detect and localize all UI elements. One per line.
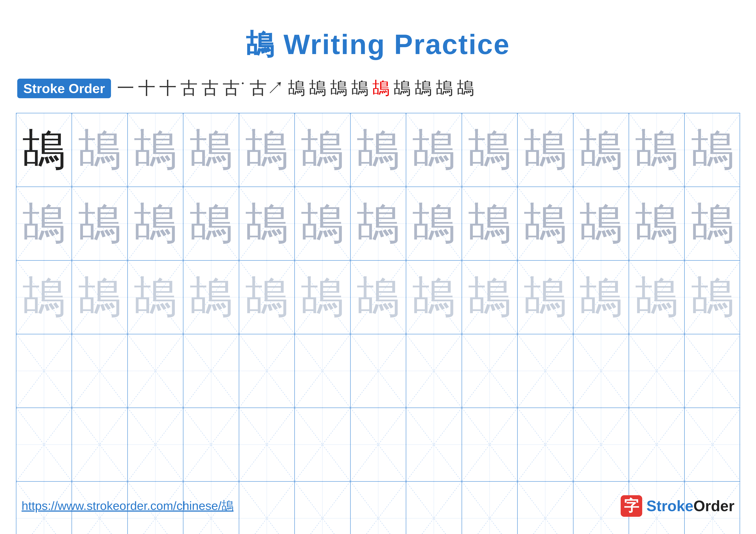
grid-cell[interactable] — [16, 408, 72, 481]
practice-char: 鴣 — [78, 276, 121, 319]
grid-cell[interactable]: 鴣 — [518, 261, 573, 334]
grid-cell[interactable]: 鴣 — [72, 187, 127, 260]
grid-cell[interactable]: 鴣 — [295, 187, 350, 260]
practice-char: 鴣 — [78, 202, 121, 245]
svg-line-83 — [128, 334, 183, 408]
stroke-2: 十 — [138, 77, 155, 100]
practice-char: 鴣 — [301, 128, 344, 171]
grid-cell[interactable] — [239, 334, 295, 408]
grid-cell[interactable]: 鴣 — [16, 261, 72, 334]
grid-cell[interactable] — [16, 334, 72, 408]
grid-cell[interactable]: 鴣 — [183, 113, 239, 187]
svg-line-100 — [629, 334, 684, 408]
svg-line-104 — [16, 408, 71, 481]
grid-cell[interactable] — [685, 408, 740, 481]
grid-cell[interactable]: 鴣 — [685, 113, 740, 187]
practice-char: 鴣 — [245, 128, 288, 171]
grid-cell[interactable]: 鴣 — [462, 261, 518, 334]
practice-char: 鴣 — [245, 276, 288, 319]
grid-cell[interactable] — [239, 408, 295, 481]
grid-cell[interactable] — [295, 334, 350, 408]
svg-line-98 — [574, 334, 629, 408]
grid-cell[interactable]: 鴣 — [574, 261, 629, 334]
footer: https://www.strokeorder.com/chinese/鴣 字 … — [0, 495, 756, 517]
grid-cell[interactable]: 鴣 — [629, 187, 685, 260]
grid-cell[interactable] — [518, 408, 573, 481]
grid-cell[interactable]: 鴣 — [128, 187, 183, 260]
grid-cell[interactable] — [406, 408, 462, 481]
grid-cell[interactable] — [72, 408, 127, 481]
svg-line-87 — [239, 334, 294, 408]
grid-cell[interactable]: 鴣 — [462, 187, 518, 260]
grid-cell[interactable]: 鴣 — [16, 187, 72, 260]
grid-cell[interactable]: 鴣 — [183, 261, 239, 334]
grid-cell[interactable] — [183, 334, 239, 408]
grid-cell[interactable]: 鴣 — [183, 187, 239, 260]
practice-char: 鴣 — [301, 202, 344, 245]
grid-cell[interactable] — [629, 334, 685, 408]
grid-cell[interactable]: 鴣 — [72, 261, 127, 334]
grid-cell[interactable] — [351, 408, 406, 481]
grid-cell[interactable] — [406, 334, 462, 408]
footer-url-link[interactable]: https://www.strokeorder.com/chinese/鴣 — [21, 498, 233, 514]
grid-cell[interactable] — [685, 334, 740, 408]
grid-cell[interactable]: 鴣 — [685, 261, 740, 334]
grid-cell[interactable]: 鴣 — [518, 113, 573, 187]
grid-cell[interactable]: 鴣 — [574, 113, 629, 187]
svg-line-116 — [351, 408, 406, 481]
grid-cell[interactable]: 鴣 — [72, 113, 127, 187]
grid-cell[interactable]: 鴣 — [239, 113, 295, 187]
grid-row-4 — [16, 334, 740, 408]
stroke-16: 鴣 — [457, 77, 474, 100]
grid-cell[interactable] — [351, 334, 406, 408]
grid-cell[interactable]: 鴣 — [239, 187, 295, 260]
grid-cell[interactable]: 鴣 — [351, 113, 406, 187]
grid-cell[interactable] — [295, 408, 350, 481]
grid-cell[interactable] — [518, 334, 573, 408]
svg-line-96 — [518, 334, 573, 408]
brand-stroke-text: Stroke — [647, 497, 693, 514]
grid-cell[interactable] — [128, 334, 183, 408]
svg-line-118 — [406, 408, 461, 481]
grid-cell[interactable]: 鴣 — [406, 187, 462, 260]
grid-cell[interactable]: 鴣 — [16, 113, 72, 187]
grid-cell[interactable]: 鴣 — [128, 113, 183, 187]
grid-cell[interactable]: 鴣 — [406, 261, 462, 334]
stroke-6: 古˙ — [223, 77, 246, 100]
practice-char: 鴣 — [22, 202, 66, 245]
grid-cell[interactable]: 鴣 — [629, 261, 685, 334]
svg-line-106 — [72, 408, 127, 481]
grid-cell[interactable] — [462, 334, 518, 408]
grid-cell[interactable]: 鴣 — [462, 113, 518, 187]
svg-line-78 — [16, 334, 71, 408]
grid-cell[interactable] — [128, 408, 183, 481]
svg-line-111 — [183, 408, 239, 481]
practice-char: 鴣 — [524, 128, 567, 171]
practice-char: 鴣 — [190, 128, 233, 171]
grid-cell[interactable] — [183, 408, 239, 481]
grid-cell[interactable]: 鴣 — [351, 261, 406, 334]
svg-line-115 — [295, 408, 350, 481]
grid-cell[interactable] — [574, 408, 629, 481]
grid-cell[interactable] — [574, 334, 629, 408]
grid-cell[interactable]: 鴣 — [574, 187, 629, 260]
grid-cell[interactable]: 鴣 — [406, 113, 462, 187]
svg-line-89 — [295, 334, 350, 408]
grid-cell[interactable] — [72, 334, 127, 408]
title-char: 鴣 — [246, 29, 275, 60]
grid-row-2: 鴣 鴣 鴣 鴣 — [16, 187, 740, 261]
grid-cell[interactable]: 鴣 — [518, 187, 573, 260]
grid-cell[interactable]: 鴣 — [351, 187, 406, 260]
grid-cell[interactable]: 鴣 — [128, 261, 183, 334]
grid-cell[interactable]: 鴣 — [295, 113, 350, 187]
practice-char: 鴣 — [580, 202, 623, 245]
grid-cell[interactable]: 鴣 — [239, 261, 295, 334]
grid-cell[interactable] — [462, 408, 518, 481]
grid-cell[interactable]: 鴣 — [629, 113, 685, 187]
grid-cell[interactable] — [629, 408, 685, 481]
stroke-8: 鴣 — [288, 77, 305, 100]
practice-char: 鴣 — [245, 202, 288, 245]
page-title: 鴣 Writing Practice — [246, 26, 510, 64]
grid-cell[interactable]: 鴣 — [295, 261, 350, 334]
grid-cell[interactable]: 鴣 — [685, 187, 740, 260]
